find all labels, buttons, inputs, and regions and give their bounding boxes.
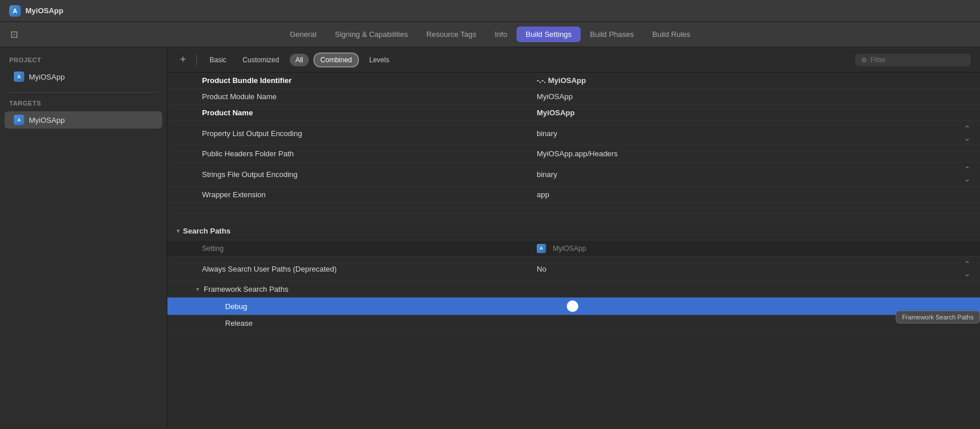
setting-key: ▾ Framework Search Paths [196, 285, 531, 293]
tab-signing[interactable]: Signing & Capabilities [326, 27, 417, 42]
column-header-target: A MyiOSApp [537, 244, 980, 253]
sidebar: PROJECT A MyiOSApp TARGETS A MyiOSApp [0, 47, 167, 429]
table-row[interactable]: Product Module Name MyiOSApp [167, 89, 980, 105]
setting-value: app [537, 190, 980, 199]
table-row[interactable]: Product Bundle Identifier -.-. MyiOSApp [167, 73, 980, 89]
filter-divider [196, 54, 197, 66]
setting-value: binary [537, 129, 964, 138]
filter-all-button[interactable]: All [290, 54, 309, 66]
project-section-label: PROJECT [0, 57, 167, 68]
setting-value: No [537, 265, 964, 273]
table-row[interactable]: Wrapper Extension app [167, 187, 980, 203]
filter-basic-button[interactable]: Basic [204, 54, 232, 66]
filter-combined-button[interactable]: Combined [313, 52, 359, 67]
app-icon: A [9, 5, 21, 17]
sidebar-project-label: MyiOSApp [29, 73, 65, 81]
section-spacer [167, 203, 980, 215]
setting-key: Product Name [202, 108, 537, 117]
search-paths-section-header[interactable]: ▾ Search Paths [167, 219, 980, 240]
column-header-setting: Setting [202, 244, 537, 253]
sidebar-item-project[interactable]: A MyiOSApp [5, 68, 162, 85]
tab-build-rules[interactable]: Build Rules [643, 27, 700, 42]
setting-key: Debug [225, 302, 560, 311]
setting-key: Release [225, 319, 560, 328]
setting-value: MyiOSApp [537, 92, 980, 101]
table-header-row: Setting A MyiOSApp [167, 240, 980, 257]
filter-search-container: ⊜ [855, 54, 971, 66]
section-title: Search Paths [183, 227, 230, 235]
stepper-icon[interactable]: ⌃⌄ [964, 259, 971, 278]
tab-info[interactable]: Info [485, 27, 517, 42]
add-value-button[interactable]: + [567, 300, 578, 312]
tab-resource-tags[interactable]: Resource Tags [417, 27, 485, 42]
setting-key: Always Search User Paths (Deprecated) [202, 265, 537, 273]
main-layout: PROJECT A MyiOSApp TARGETS A MyiOSApp + … [0, 47, 980, 429]
tab-build-settings[interactable]: Build Settings [517, 27, 581, 42]
target-icon: A [14, 115, 24, 125]
setting-key: Strings File Output Encoding [202, 170, 537, 179]
group-chevron-icon[interactable]: ▾ [196, 286, 199, 292]
table-row-selected[interactable]: Debug + [167, 298, 980, 315]
stepper-icon[interactable]: ⌃⌄ [964, 165, 971, 183]
table-row[interactable]: Strings File Output Encoding binary ⌃⌄ [167, 162, 980, 187]
sidebar-item-target[interactable]: A MyiOSApp [5, 111, 162, 129]
sidebar-divider [9, 92, 158, 93]
tooltip-framework-search-paths: Framework Search Paths [896, 311, 980, 323]
filter-search-input[interactable] [870, 56, 965, 64]
setting-key: Property List Output Encoding [202, 129, 537, 138]
setting-key: Public Headers Folder Path [202, 149, 537, 158]
setting-value: MyiOSApp.app/Headers [537, 149, 980, 158]
setting-key: Product Bundle Identifier [202, 76, 537, 85]
project-icon: A [14, 72, 24, 82]
table-row[interactable]: Always Search User Paths (Deprecated) No… [167, 257, 980, 281]
add-setting-button[interactable]: + [177, 54, 189, 66]
setting-key: Wrapper Extension [202, 190, 537, 199]
settings-table: Product Bundle Identifier -.-. MyiOSApp … [167, 73, 980, 429]
setting-value: binary [537, 170, 964, 179]
filter-levels-button[interactable]: Levels [364, 54, 395, 66]
column-target-icon: A [537, 244, 546, 253]
table-row[interactable]: Property List Output Encoding binary ⌃⌄ [167, 121, 980, 146]
tab-build-phases[interactable]: Build Phases [581, 27, 643, 42]
setting-value: -.-. MyiOSApp [537, 76, 980, 85]
content-area: + Basic Customized All Combined Levels ⊜… [167, 47, 980, 429]
app-title: MyiOSApp [25, 6, 63, 15]
filter-search-icon: ⊜ [861, 56, 867, 64]
section-chevron-icon[interactable]: ▾ [177, 228, 179, 234]
table-row[interactable]: Release Framework Search Paths [167, 315, 980, 332]
sidebar-toggle-button[interactable]: ⊡ [7, 28, 21, 42]
sidebar-target-label: MyiOSApp [29, 116, 65, 125]
filter-bar: + Basic Customized All Combined Levels ⊜ [167, 47, 980, 73]
setting-value: MyiOSApp [537, 108, 980, 117]
targets-section-label: TARGETS [0, 100, 167, 111]
table-row[interactable]: Public Headers Folder Path MyiOSApp.app/… [167, 146, 980, 162]
setting-key: Product Module Name [202, 92, 537, 101]
title-bar: A MyiOSApp [0, 0, 980, 22]
table-row[interactable]: Product Name MyiOSApp [167, 105, 980, 121]
stepper-icon[interactable]: ⌃⌄ [964, 124, 971, 142]
tab-general[interactable]: General [280, 27, 326, 42]
table-row-group[interactable]: ▾ Framework Search Paths [167, 281, 980, 298]
tab-bar: ⊡ General Signing & Capabilities Resourc… [0, 22, 980, 47]
filter-customized-button[interactable]: Customized [237, 54, 285, 66]
